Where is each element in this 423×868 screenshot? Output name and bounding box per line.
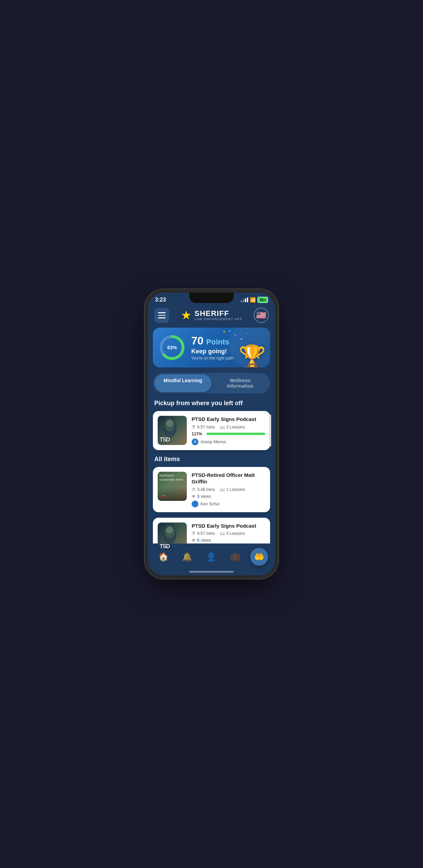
- course-meta-1: ⏱ 3.48 mins 📖 1 Lessons: [192, 487, 265, 492]
- home-icon: 🏠: [158, 552, 169, 562]
- views-row-2: 👁 5 views: [192, 538, 265, 543]
- course-time: ⏱ 9.57 mins: [192, 425, 215, 430]
- eye-icon-2: 👁: [192, 538, 196, 543]
- status-time: 3:23: [155, 297, 166, 303]
- course-thumbnail: TSD: [158, 416, 187, 445]
- author-name-1: Ken Schul: [201, 502, 219, 506]
- briefcase-icon: 💼: [230, 552, 240, 562]
- course-details: PTSD Early Signs Podcast ⏱ 9.57 mins 📖 3…: [192, 416, 265, 445]
- svg-point-7: [166, 527, 173, 533]
- views-count-2: 5: [197, 538, 200, 543]
- trophy-icon: 🏆: [239, 345, 266, 367]
- progress-bar-fill: [206, 433, 265, 435]
- wifi-icon: 📶: [250, 297, 256, 303]
- donut-percentage: 63%: [167, 345, 177, 350]
- views-label-2: views: [201, 538, 211, 543]
- flag-button[interactable]: 🇺🇸: [254, 308, 269, 323]
- author-avatar-1: 👤: [192, 501, 198, 507]
- views-label-1: views: [201, 494, 211, 499]
- battery-icon: 35+: [257, 297, 268, 303]
- app-header: ★ SHERIFF LAW ENFORCEMENT APP 🇺🇸: [148, 305, 275, 328]
- menu-button[interactable]: [154, 308, 169, 323]
- thumb-text-overlay: flashbacks a traumatic event: [158, 472, 187, 484]
- pickup-section-title: Pickup from where you left off: [148, 400, 275, 407]
- nav-profile[interactable]: 👤: [203, 551, 220, 563]
- star-icon: ★: [181, 308, 192, 322]
- card-edge-decoration: [269, 414, 271, 447]
- views-row-1: 👁 3 views: [192, 494, 265, 499]
- svg-point-4: [166, 420, 173, 427]
- menu-line-3: [158, 317, 166, 318]
- nav-work[interactable]: 💼: [227, 551, 244, 563]
- author-row-1: 👤 Ken Schul: [192, 501, 265, 507]
- nav-notifications[interactable]: 🔔: [179, 551, 196, 563]
- logo-title: SHERIFF: [194, 310, 242, 317]
- course-details-1: PTSD-Retired Officer Matt Griffin ⏱ 3.48…: [192, 472, 265, 507]
- course-time-2: ⏱ 9.57 mins: [192, 531, 215, 536]
- author-row: A Anoop Menon: [192, 438, 265, 445]
- home-indicator: [189, 571, 234, 573]
- category-tabs: Mindful Learning Wellness Information: [153, 373, 270, 394]
- course-meta-2: ⏱ 9.57 mins 📖 3 Lessons: [192, 531, 265, 536]
- menu-line-2: [158, 315, 166, 316]
- wellness-fab-button[interactable]: 🤲: [250, 548, 268, 566]
- progress-row: 117%: [192, 432, 265, 436]
- points-label: Points: [206, 338, 229, 347]
- progress-percentage: 117%: [192, 432, 204, 436]
- tab-wellness-information[interactable]: Wellness Information: [212, 374, 269, 392]
- thumb-ptsd-text-2: TSD: [160, 543, 170, 550]
- progress-bar-background: [206, 433, 265, 435]
- points-number: 70: [191, 335, 204, 347]
- course-time-1: ⏱ 3.48 mins: [192, 487, 215, 492]
- logo-text: SHERIFF LAW ENFORCEMENT APP: [194, 310, 242, 321]
- course-lessons-2: 📖 3 Lessons: [220, 531, 245, 536]
- course-lessons: 📖 3 Lessons: [220, 425, 245, 430]
- points-card: 63% 70 Points Keep going! You're on the …: [153, 328, 270, 367]
- thumb-ptsd-text: TSD: [160, 437, 170, 443]
- flag-icon: 🇺🇸: [256, 310, 266, 320]
- eye-icon-1: 👁: [192, 494, 196, 499]
- tab-mindful-learning[interactable]: Mindful Learning: [154, 374, 212, 392]
- status-icons: 📶 35+: [241, 297, 268, 303]
- book-icon: 📖: [220, 425, 225, 430]
- logo-subtitle: LAW ENFORCEMENT APP: [194, 317, 242, 321]
- course-title-1: PTSD-Retired Officer Matt Griffin: [192, 472, 265, 485]
- person-icon: 👤: [206, 552, 216, 562]
- wellness-icon: 🤲: [254, 552, 264, 562]
- nav-home[interactable]: 🏠: [155, 551, 172, 563]
- course-title: PTSD Early Signs Podcast: [192, 416, 265, 423]
- clock-icon-2: ⏱: [192, 531, 196, 536]
- all-item-card-1[interactable]: flashbacks a traumatic event 🚗 PTSD-Reti…: [153, 467, 270, 512]
- all-items-title: All items: [148, 456, 275, 463]
- course-title-2: PTSD Early Signs Podcast: [192, 523, 265, 529]
- clock-icon: ⏱: [192, 425, 196, 430]
- author-avatar: A: [192, 438, 198, 445]
- bell-icon: 🔔: [182, 552, 192, 562]
- course-meta: ⏱ 9.57 mins 📖 3 Lessons: [192, 425, 265, 430]
- book-icon-1: 📖: [220, 487, 225, 492]
- signal-icon: [241, 297, 248, 302]
- pickup-card[interactable]: TSD PTSD Early Signs Podcast ⏱ 9.57 mins…: [153, 411, 270, 450]
- menu-line-1: [158, 312, 166, 313]
- app-logo: ★ SHERIFF LAW ENFORCEMENT APP: [181, 308, 242, 322]
- course-thumbnail-1: flashbacks a traumatic event 🚗: [158, 472, 187, 501]
- progress-donut: 63%: [158, 334, 186, 361]
- author-name: Anoop Menon: [201, 439, 226, 444]
- book-icon-2: 📖: [220, 531, 225, 536]
- course-lessons-1: 📖 1 Lessons: [220, 487, 245, 492]
- views-count-1: 3: [197, 494, 200, 499]
- clock-icon-1: ⏱: [192, 487, 196, 492]
